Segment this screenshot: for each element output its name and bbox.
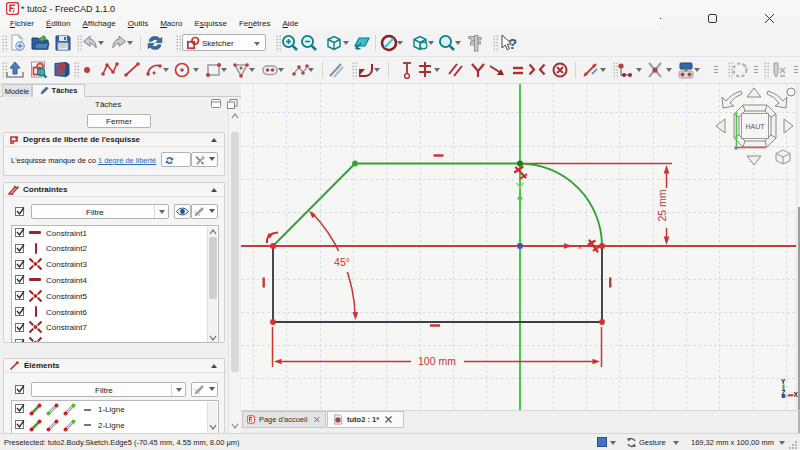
svg-text:25 mm: 25 mm xyxy=(656,189,668,221)
svg-text:HAUT: HAUT xyxy=(745,123,765,130)
svg-text:X: X xyxy=(794,391,799,398)
svg-text:45°: 45° xyxy=(334,256,350,268)
svg-text:100 mm: 100 mm xyxy=(418,355,456,367)
svg-text:x: x xyxy=(578,242,582,251)
svg-text:Y: Y xyxy=(781,378,786,385)
